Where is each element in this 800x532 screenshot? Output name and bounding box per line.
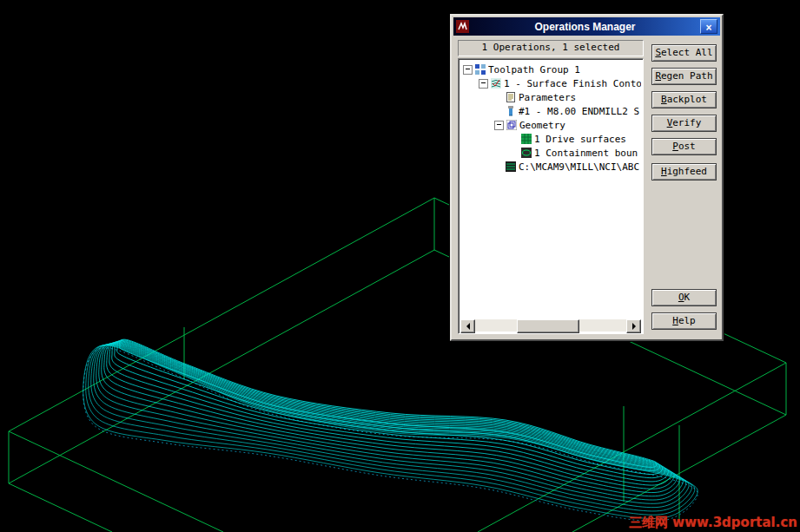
verify-button[interactable]: Verify [651, 115, 717, 132]
arrow-left-icon [466, 323, 470, 330]
scrollbar-track[interactable] [475, 319, 626, 332]
toolpath-group-icon [475, 64, 486, 75]
operations-tree: Toolpath Group 1 1 - Surface Finish Cont… [458, 58, 644, 334]
operation-icon [491, 78, 501, 89]
tree-item-drive-surfaces[interactable]: 1 Drive surfaces [460, 132, 641, 146]
tree-item-containment[interactable]: 1 Containment boun [460, 146, 641, 160]
tree-item-label: Toolpath Group 1 [488, 64, 580, 76]
close-icon [705, 18, 711, 35]
tree-item-label: 1 Containment boun [534, 148, 638, 159]
toolpath-contours [83, 339, 698, 521]
drive-surfaces-icon [521, 134, 532, 144]
viewport: 三维网 www.3dportal.cn Operations Manager 1… [0, 0, 800, 532]
tree-item-operation[interactable]: 1 - Surface Finish Conto [460, 76, 641, 90]
tree-item-parameters[interactable]: Parameters [460, 90, 641, 104]
containment-icon [521, 148, 532, 158]
tree-item-nci-file[interactable]: C:\MCAM9\MILL\NCI\ABC [460, 160, 641, 174]
geometry-icon [506, 120, 517, 130]
tree-item-label: 1 - Surface Finish Conto [504, 78, 641, 89]
collapse-toggle-icon[interactable] [494, 121, 504, 130]
button-label: Help [652, 313, 716, 329]
scroll-left-button[interactable] [460, 319, 475, 333]
tree-item-label: Geometry [519, 120, 565, 131]
scroll-right-button[interactable] [626, 319, 641, 333]
button-label: Backplot [652, 92, 716, 108]
collapse-toggle-icon[interactable] [463, 65, 473, 75]
tree-horizontal-scrollbar[interactable] [460, 319, 641, 332]
nci-file-icon [506, 161, 516, 172]
app-icon[interactable] [456, 20, 469, 33]
tool-icon [506, 106, 516, 116]
status-text: 1 Operations, 1 selected [458, 40, 644, 56]
button-label: Post [652, 139, 716, 154]
dialog-titlebar[interactable]: Operations Manager [453, 17, 720, 36]
button-label: Select All [652, 45, 716, 61]
ok-button[interactable]: OK [651, 289, 717, 306]
help-button[interactable]: Help [651, 312, 717, 330]
watermark: 三维网 www.3dportal.cn [629, 515, 797, 531]
regen-path-button[interactable]: Regen Path [651, 68, 717, 85]
tree-item-geometry[interactable]: Geometry [460, 118, 641, 132]
dialog-title: Operations Manager [471, 21, 699, 33]
arrow-right-icon [632, 323, 636, 330]
tree-item-label: Parameters [519, 92, 576, 103]
parameters-icon [506, 92, 516, 102]
tree-item-label: #1 - M8.00 ENDMILL2 S [519, 106, 639, 117]
select-all-button[interactable]: Select All [651, 44, 717, 62]
highfeed-button[interactable]: Highfeed [651, 163, 717, 181]
tree-item-label: 1 Drive surfaces [534, 134, 626, 145]
collapse-toggle-icon[interactable] [479, 79, 488, 89]
button-label: Verify [652, 115, 716, 131]
operations-manager-dialog: Operations Manager 1 Operations, 1 selec… [450, 14, 724, 341]
post-button[interactable]: Post [651, 138, 717, 155]
button-label: Regen Path [652, 69, 716, 84]
tree-body: Toolpath Group 1 1 - Surface Finish Cont… [460, 62, 641, 319]
button-label: Highfeed [652, 164, 716, 180]
scrollbar-thumb[interactable] [517, 319, 579, 333]
tree-item-toolpath-group[interactable]: Toolpath Group 1 [460, 62, 641, 76]
close-button[interactable] [700, 19, 717, 34]
tree-item-tool[interactable]: #1 - M8.00 ENDMILL2 S [460, 104, 641, 118]
backplot-button[interactable]: Backplot [651, 91, 717, 108]
tree-item-label: C:\MCAM9\MILL\NCI\ABC [519, 161, 639, 173]
button-label: OK [652, 290, 716, 305]
